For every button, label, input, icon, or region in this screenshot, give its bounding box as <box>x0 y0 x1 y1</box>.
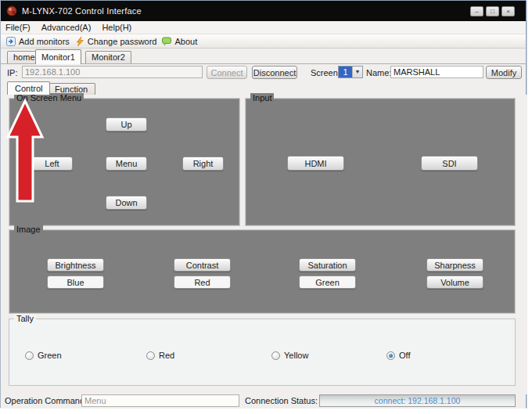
radio-icon <box>146 351 155 360</box>
ip-field[interactable] <box>22 66 203 78</box>
input-group-title: Input <box>250 93 274 103</box>
disconnect-button[interactable]: Disconnect <box>252 66 297 79</box>
menu-bar: File(F) Advanced(A) Help(H) <box>1 21 526 34</box>
radio-icon <box>271 351 280 360</box>
menu-advanced[interactable]: Advanced(A) <box>36 22 97 33</box>
osm-down-button[interactable]: Down <box>106 196 147 210</box>
radio-icon <box>25 351 34 360</box>
tally-radio-yellow[interactable]: Yellow <box>271 351 308 360</box>
connect-button[interactable]: Connect <box>207 66 247 79</box>
toolbar: Add monitors Change password About <box>1 34 526 49</box>
tally-red-label: Red <box>159 351 174 360</box>
add-monitors-button[interactable]: Add monitors <box>5 35 74 48</box>
menu-file[interactable]: File(F) <box>1 22 36 33</box>
change-password-button[interactable]: Change password <box>74 35 161 48</box>
screen-selected-value: 1 <box>339 67 352 77</box>
blue-button[interactable]: Blue <box>47 275 104 289</box>
control-panel: On Screen Menu Up Left Menu Right Down I… <box>1 95 527 394</box>
title-bar: M-LYNX-702 Control Interface – □ × <box>1 1 526 21</box>
close-button[interactable]: × <box>501 6 515 16</box>
chevron-down-icon: ▼ <box>352 67 362 77</box>
change-password-label: Change password <box>88 37 157 46</box>
input-group: Input HDMI SDI <box>245 98 516 226</box>
app-icon <box>6 5 17 16</box>
red-up-arrow-annotation <box>5 99 45 207</box>
tally-off-label: Off <box>399 351 410 360</box>
app-window: M-LYNX-702 Control Interface – □ × File(… <box>0 0 527 408</box>
lightning-icon <box>75 37 84 46</box>
operation-command-label: Operation Command: <box>5 396 87 405</box>
screenshot-stage: M-LYNX-702 Control Interface – □ × File(… <box>0 0 532 414</box>
monitor-tabstrip: home Monitor1 Monitor2 <box>1 49 526 64</box>
sdi-button[interactable]: SDI <box>421 156 478 171</box>
connection-status-value: connect: 192.168.1.100 <box>319 394 516 407</box>
about-label: About <box>174 37 197 46</box>
operation-command-field[interactable] <box>81 394 239 407</box>
ip-label: IP: <box>7 68 17 77</box>
tally-group: Tally Green Red Yellow Off <box>9 319 516 386</box>
tab-monitor1[interactable]: Monitor1 <box>35 49 81 64</box>
sharpness-button[interactable]: Sharpness <box>426 258 483 272</box>
about-button[interactable]: About <box>160 35 201 48</box>
osm-up-button[interactable]: Up <box>106 117 147 131</box>
screen-label: Screen: <box>311 68 340 77</box>
tally-radio-red[interactable]: Red <box>146 351 174 360</box>
modify-button[interactable]: Modify <box>486 66 522 79</box>
radio-icon <box>386 351 395 360</box>
hdmi-button[interactable]: HDMI <box>287 156 344 171</box>
window-title: M-LYNX-702 Control Interface <box>22 6 142 16</box>
connection-status-label: Connection Status: <box>245 396 318 405</box>
name-label: Name: <box>366 68 391 77</box>
red-button[interactable]: Red <box>174 275 231 289</box>
tally-radio-off[interactable]: Off <box>386 351 410 360</box>
contrast-button[interactable]: Contrast <box>174 258 231 272</box>
status-bar: Operation Command: Connection Status: co… <box>1 394 526 409</box>
add-monitors-label: Add monitors <box>19 37 70 46</box>
menu-help[interactable]: Help(H) <box>96 22 137 33</box>
brightness-button[interactable]: Brightness <box>47 258 104 272</box>
tab-control[interactable]: Control <box>7 81 50 95</box>
image-group: Image Brightness Contrast Saturation Sha… <box>9 229 516 314</box>
saturation-button[interactable]: Saturation <box>299 258 356 272</box>
tab-monitor2[interactable]: Monitor2 <box>85 51 131 63</box>
minimize-button[interactable]: – <box>470 6 483 16</box>
name-field[interactable] <box>390 66 483 78</box>
tally-radio-green[interactable]: Green <box>25 351 62 360</box>
image-group-title: Image <box>14 225 43 234</box>
volume-button[interactable]: Volume <box>426 275 483 289</box>
osm-menu-button[interactable]: Menu <box>106 157 147 171</box>
tally-group-title: Tally <box>14 314 36 323</box>
add-monitors-icon <box>6 37 16 46</box>
osm-right-button[interactable]: Right <box>182 157 224 171</box>
screen-select[interactable]: 1 ▼ <box>338 66 363 78</box>
speech-bubble-icon <box>162 37 171 46</box>
tally-green-label: Green <box>38 351 62 360</box>
tally-yellow-label: Yellow <box>284 351 308 360</box>
maximize-button[interactable]: □ <box>486 6 499 16</box>
green-button[interactable]: Green <box>299 275 356 289</box>
connection-row: IP: Connect Disconnect Screen: 1 ▼ Name:… <box>1 64 526 81</box>
